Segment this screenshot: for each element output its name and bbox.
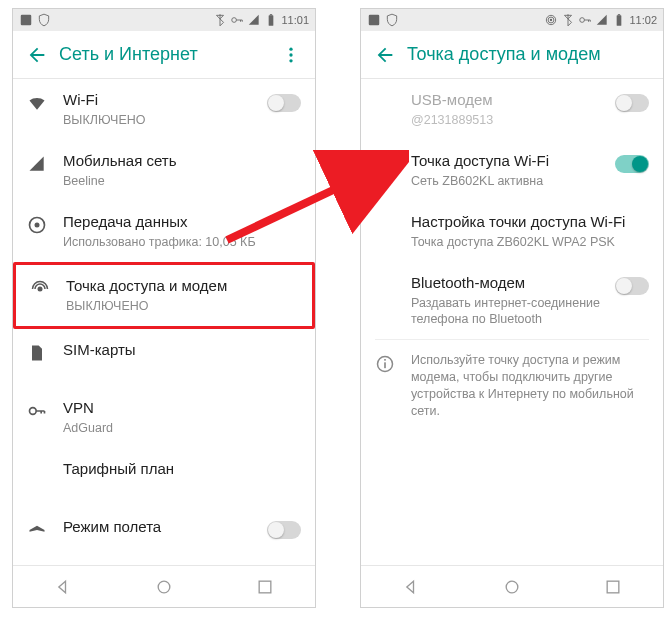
row-subtitle: Точка доступа ZB602KL WPA2 PSK bbox=[411, 234, 649, 250]
phone-left: 11:01 Сеть и Интернет Wi-Fi ВЫКЛЮЧЕНО Мо… bbox=[12, 8, 316, 608]
row-subtitle: Beeline bbox=[63, 173, 301, 189]
back-button[interactable] bbox=[367, 37, 403, 73]
nav-home[interactable] bbox=[492, 567, 532, 607]
row-data[interactable]: Передача данных Использовано трафика: 10… bbox=[13, 201, 315, 262]
nav-recent[interactable] bbox=[593, 567, 633, 607]
nav-home[interactable] bbox=[144, 567, 184, 607]
row-title: Тарифный план bbox=[63, 460, 301, 479]
svg-rect-18 bbox=[617, 15, 622, 25]
row-subtitle: Использовано трафика: 10,05 КБ bbox=[63, 234, 301, 250]
info-text: Используйте точку доступа и режим модема… bbox=[411, 352, 649, 420]
nav-back[interactable] bbox=[43, 567, 83, 607]
gallery-icon bbox=[367, 13, 381, 27]
svg-point-5 bbox=[289, 53, 292, 56]
overflow-button[interactable] bbox=[273, 37, 309, 73]
navbar bbox=[13, 565, 315, 607]
row-subtitle: ВЫКЛЮЧЕНО bbox=[63, 112, 261, 128]
signal-icon bbox=[595, 13, 609, 27]
settings-list: USB-модем @2131889513 Точка доступа Wi-F… bbox=[361, 79, 663, 565]
wifi-icon bbox=[27, 91, 63, 113]
usb-toggle bbox=[615, 94, 649, 112]
svg-point-17 bbox=[580, 18, 585, 23]
svg-point-10 bbox=[30, 408, 37, 415]
row-subtitle: Раздавать интернет-соединение телефона п… bbox=[411, 295, 609, 328]
row-usb-modem: USB-модем @2131889513 bbox=[361, 79, 663, 140]
row-title: Передача данных bbox=[63, 213, 301, 232]
svg-point-14 bbox=[550, 19, 552, 21]
navbar bbox=[361, 565, 663, 607]
hotspot-icon bbox=[30, 277, 66, 299]
row-title: Режим полета bbox=[63, 518, 261, 537]
gallery-icon bbox=[19, 13, 33, 27]
wifi-toggle[interactable] bbox=[267, 94, 301, 112]
nav-back[interactable] bbox=[391, 567, 431, 607]
svg-point-6 bbox=[289, 59, 292, 62]
svg-point-1 bbox=[232, 18, 237, 23]
row-title: SIM-карты bbox=[63, 341, 301, 360]
svg-rect-13 bbox=[369, 15, 380, 26]
phone-right: 11:02 Точка доступа и модем USB-модем @2… bbox=[360, 8, 664, 608]
signal-icon bbox=[247, 13, 261, 27]
svg-rect-19 bbox=[618, 14, 620, 15]
svg-rect-22 bbox=[384, 359, 386, 361]
row-title: VPN bbox=[63, 399, 301, 418]
svg-point-8 bbox=[35, 223, 40, 228]
svg-point-23 bbox=[506, 581, 518, 593]
sim-icon bbox=[27, 341, 63, 363]
bluetooth-icon bbox=[213, 13, 227, 27]
row-title: USB-модем bbox=[411, 91, 609, 110]
row-vpn[interactable]: VPN AdGuard bbox=[13, 387, 315, 448]
key-icon bbox=[578, 13, 592, 27]
settings-list: Wi-Fi ВЫКЛЮЧЕНО Мобильная сеть Beeline П… bbox=[13, 79, 315, 565]
row-title: Настройка точки доступа Wi-Fi bbox=[411, 213, 649, 232]
row-title: Точка доступа и модем bbox=[66, 277, 298, 296]
screen-title: Сеть и Интернет bbox=[59, 44, 273, 65]
row-plan[interactable]: Тарифный план bbox=[13, 448, 315, 506]
shield-icon bbox=[37, 13, 51, 27]
svg-rect-12 bbox=[259, 581, 271, 593]
row-subtitle: @2131889513 bbox=[411, 112, 609, 128]
airplane-icon bbox=[27, 518, 63, 540]
row-title: Wi-Fi bbox=[63, 91, 261, 110]
battery-icon bbox=[612, 13, 626, 27]
key-icon bbox=[230, 13, 244, 27]
row-subtitle: ВЫКЛЮЧЕНО bbox=[66, 298, 298, 314]
row-mobile[interactable]: Мобильная сеть Beeline bbox=[13, 140, 315, 201]
plan-icon bbox=[27, 460, 63, 462]
data-icon bbox=[27, 213, 63, 235]
row-subtitle: AdGuard bbox=[63, 420, 301, 436]
row-wifi[interactable]: Wi-Fi ВЫКЛЮЧЕНО bbox=[13, 79, 315, 140]
svg-rect-24 bbox=[607, 581, 619, 593]
row-bt-modem[interactable]: Bluetooth-модем Раздавать интернет-соеди… bbox=[361, 262, 663, 339]
shield-icon bbox=[385, 13, 399, 27]
nav-recent[interactable] bbox=[245, 567, 285, 607]
battery-icon bbox=[264, 13, 278, 27]
wifi-ap-toggle[interactable] bbox=[615, 155, 649, 173]
appbar: Сеть и Интернет bbox=[13, 31, 315, 79]
svg-rect-21 bbox=[384, 363, 386, 369]
back-button[interactable] bbox=[19, 37, 55, 73]
row-sim[interactable]: SIM-карты bbox=[13, 329, 315, 387]
svg-point-11 bbox=[158, 581, 170, 593]
row-hotspot[interactable]: Точка доступа и модем ВЫКЛЮЧЕНО bbox=[13, 262, 315, 329]
mobile-icon bbox=[27, 152, 63, 174]
svg-rect-2 bbox=[269, 15, 274, 25]
svg-point-9 bbox=[38, 287, 43, 292]
info-note: Используйте точку доступа и режим модема… bbox=[361, 340, 663, 432]
bt-toggle[interactable] bbox=[615, 277, 649, 295]
appbar: Точка доступа и модем bbox=[361, 31, 663, 79]
row-wifi-ap-config[interactable]: Настройка точки доступа Wi-Fi Точка дост… bbox=[361, 201, 663, 262]
row-subtitle: Сеть ZB602KL активна bbox=[411, 173, 609, 189]
airplane-toggle[interactable] bbox=[267, 521, 301, 539]
svg-point-4 bbox=[289, 47, 292, 50]
bluetooth-icon bbox=[561, 13, 575, 27]
statusbar: 11:01 bbox=[13, 9, 315, 31]
info-icon bbox=[375, 352, 411, 420]
row-airplane[interactable]: Режим полета bbox=[13, 506, 315, 564]
svg-rect-3 bbox=[270, 14, 272, 15]
row-wifi-ap[interactable]: Точка доступа Wi-Fi Сеть ZB602KL активна bbox=[361, 140, 663, 201]
clock: 11:01 bbox=[281, 14, 309, 26]
clock: 11:02 bbox=[629, 14, 657, 26]
row-title: Точка доступа Wi-Fi bbox=[411, 152, 609, 171]
screen-title: Точка доступа и модем bbox=[407, 44, 657, 65]
